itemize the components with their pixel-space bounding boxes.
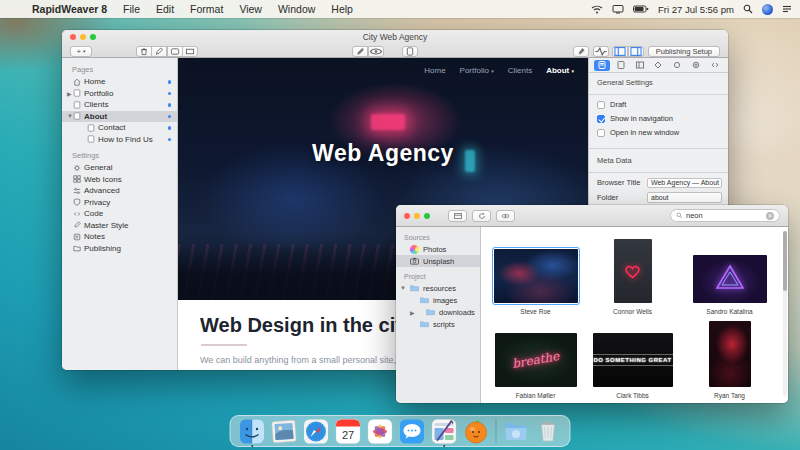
sidebar-item-about[interactable]: ▼ About	[62, 111, 177, 123]
siri-icon[interactable]	[762, 4, 773, 15]
photo-cell[interactable]: DO SOMETHING GREAT Clark Tibbs	[584, 319, 681, 399]
sidebar-item-portfolio[interactable]: ▶ Portfolio	[62, 88, 177, 100]
photo-thumbnail[interactable]	[693, 255, 767, 303]
show-in-navigation-checkbox-row[interactable]: Show in navigation	[589, 112, 728, 126]
sidebar-item-privacy[interactable]: Privacy	[62, 197, 177, 209]
folder-item-resources[interactable]: ▼ resources	[396, 282, 480, 294]
scrollbar-thumb[interactable]	[783, 231, 787, 291]
mail-stamp-dock-icon[interactable]	[271, 418, 298, 445]
publishing-setup-button[interactable]: Publishing Setup	[648, 46, 720, 57]
photo-cell[interactable]: Sandro Katalina	[681, 235, 778, 315]
trash-dock-icon[interactable]	[536, 419, 561, 444]
chevron-down-icon[interactable]: ▼	[400, 285, 406, 291]
close-button[interactable]	[404, 213, 410, 219]
menubar-clock[interactable]: Fri 27 Jul 5:56 pm	[658, 4, 734, 15]
tab-layout-settings[interactable]	[632, 60, 648, 71]
tab-theme-settings[interactable]	[669, 60, 685, 71]
health-check-icon[interactable]	[593, 46, 609, 57]
menu-help[interactable]: Help	[323, 0, 361, 18]
safari-dock-icon[interactable]	[304, 419, 329, 444]
photo-thumbnail[interactable]	[614, 239, 652, 303]
tab-styles[interactable]	[650, 60, 666, 71]
sidebar-item-publishing[interactable]: Publishing	[62, 243, 177, 255]
calendar-dock-icon[interactable]: 27	[336, 419, 361, 444]
preview-eye-icon[interactable]	[368, 46, 384, 57]
checkbox-checked[interactable]	[597, 115, 605, 123]
sidebar-item-contact[interactable]: Contact	[62, 122, 177, 134]
toggle-inspector-icon[interactable]	[628, 46, 644, 57]
sidebar-item-web-icons[interactable]: Web Icons	[62, 174, 177, 186]
menu-format[interactable]: Format	[182, 0, 231, 18]
folder-item-downloads[interactable]: ▶ downloads	[396, 306, 480, 318]
sidebar-item-notes[interactable]: Notes	[62, 231, 177, 243]
app-menu[interactable]: RapidWeaver 8	[24, 0, 115, 18]
battery-icon[interactable]	[633, 3, 649, 15]
checkbox-unchecked[interactable]	[597, 129, 605, 137]
menu-window[interactable]: Window	[270, 0, 323, 18]
site-nav-home[interactable]: Home	[424, 66, 445, 75]
chevron-right-icon[interactable]: ▶	[410, 309, 415, 316]
menu-file[interactable]: File	[115, 0, 148, 18]
notification-center-icon[interactable]	[782, 4, 792, 14]
photo-thumbnail[interactable]	[709, 321, 751, 387]
menu-edit[interactable]: Edit	[148, 0, 182, 18]
photo-cell[interactable]: Connor Wells	[584, 235, 681, 315]
sidebar-item-home[interactable]: Home	[62, 76, 177, 88]
display-icon[interactable]	[612, 3, 624, 15]
chevron-right-icon[interactable]: ▶	[67, 90, 72, 97]
photo-thumbnail-selected[interactable]	[494, 249, 578, 303]
tab-sidebar-settings[interactable]	[613, 60, 629, 71]
clear-search-icon[interactable]: ✕	[766, 212, 774, 220]
snippets-window-icon[interactable]	[182, 46, 198, 57]
tab-general-settings[interactable]	[594, 60, 610, 71]
sidebar-item-how-to-find-us[interactable]: How to Find Us	[62, 134, 177, 146]
view-mode-icon[interactable]	[448, 210, 467, 222]
source-item-unsplash[interactable]: Unsplash	[396, 255, 480, 267]
sidebar-item-general[interactable]: General	[62, 162, 177, 174]
search-field[interactable]: ✕	[670, 209, 780, 222]
rapidweaver-dock-icon[interactable]	[432, 419, 457, 444]
search-input[interactable]	[686, 211, 763, 220]
site-nav-about[interactable]: About ▾	[546, 66, 574, 75]
folder-item-images[interactable]: images	[396, 294, 480, 306]
add-page-button[interactable]: + ▾	[70, 46, 92, 57]
theme-brush-icon[interactable]	[573, 46, 589, 57]
open-in-new-window-checkbox-row[interactable]: Open in new window	[589, 126, 728, 140]
browser-title-input[interactable]: Web Agency — About Us	[647, 178, 722, 189]
simulate-page-icon[interactable]	[402, 46, 418, 57]
sidebar-item-code[interactable]: Code	[62, 208, 177, 220]
draft-checkbox-row[interactable]: Draft	[589, 98, 728, 112]
tab-meta-tags[interactable]	[688, 60, 704, 71]
spotlight-search-icon[interactable]	[743, 4, 753, 14]
toggle-sidebar-icon[interactable]	[612, 46, 628, 57]
window-controls[interactable]	[404, 213, 430, 219]
messages-dock-icon[interactable]	[400, 419, 425, 444]
photo-thumbnail[interactable]: breathe	[495, 333, 577, 387]
orange-fruit-dock-icon[interactable]	[464, 419, 489, 444]
downloads-folder-dock-icon[interactable]	[504, 419, 529, 444]
quicklook-eye-icon[interactable]	[496, 210, 515, 222]
folder-input[interactable]: about	[647, 192, 722, 203]
sidebar-item-advanced[interactable]: Advanced	[62, 185, 177, 197]
sidebar-item-master-style[interactable]: Master Style	[62, 220, 177, 232]
source-item-photos[interactable]: Photos	[396, 243, 480, 255]
finder-dock-icon[interactable]	[240, 419, 265, 444]
edit-mode-icon[interactable]	[151, 46, 167, 57]
site-nav-portfolio[interactable]: Portfolio ▾	[460, 66, 494, 75]
zoom-button[interactable]	[424, 213, 430, 219]
checkbox-unchecked[interactable]	[597, 101, 605, 109]
wifi-icon[interactable]	[591, 3, 603, 15]
sidebar-item-clients[interactable]: Clients	[62, 99, 177, 111]
photo-cell[interactable]: breathe Fabian Møller	[487, 319, 584, 399]
folder-item-scripts[interactable]: scripts	[396, 318, 480, 330]
photo-cell[interactable]: Ryan Tang	[681, 319, 778, 399]
minimize-button[interactable]	[414, 213, 420, 219]
site-nav-clients[interactable]: Clients	[508, 66, 532, 75]
photo-cell[interactable]: Steve Roe	[487, 235, 584, 315]
menu-view[interactable]: View	[231, 0, 270, 18]
delete-page-icon[interactable]	[136, 46, 152, 57]
tab-code[interactable]	[707, 60, 723, 71]
photos-dock-icon[interactable]	[368, 419, 393, 444]
refresh-icon[interactable]	[472, 210, 491, 222]
edit-pencil-icon[interactable]	[352, 46, 368, 57]
